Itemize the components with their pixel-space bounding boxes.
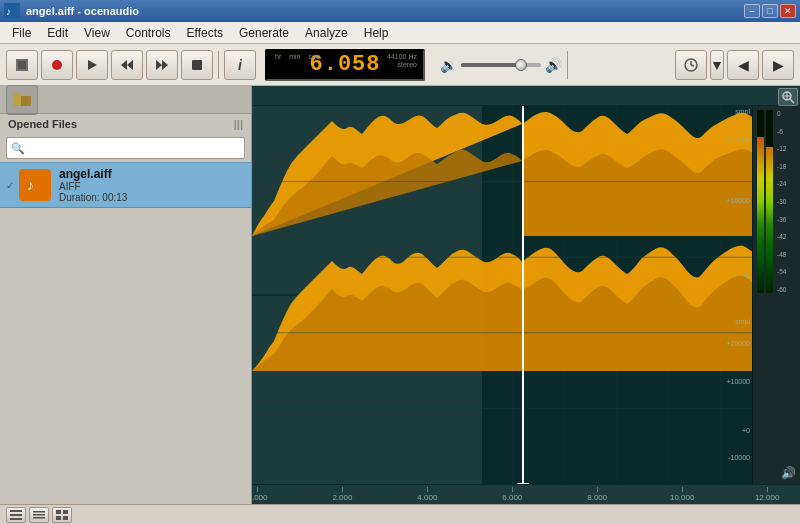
- bottom-toolbar: [0, 504, 800, 524]
- volume-slider[interactable]: [461, 63, 541, 67]
- menu-view[interactable]: View: [76, 24, 118, 42]
- panel-resize-handle[interactable]: |||: [234, 118, 243, 130]
- svg-rect-15: [13, 96, 21, 106]
- meter-bar-right: [766, 110, 773, 293]
- stop2-button[interactable]: [181, 50, 213, 80]
- svg-rect-38: [63, 516, 68, 520]
- waveform-ruler: [252, 86, 800, 106]
- hr-label: hr: [275, 53, 281, 60]
- maximize-button[interactable]: □: [762, 4, 778, 18]
- minimize-button[interactable]: –: [744, 4, 760, 18]
- record-button[interactable]: [41, 50, 73, 80]
- svg-text:♪: ♪: [27, 177, 34, 193]
- file-list-item[interactable]: ✓ ♪ angel.aiff AIFF Duration: 00:13: [0, 162, 251, 208]
- playhead[interactable]: [522, 106, 524, 484]
- ruler-tick-0: 0.000: [252, 493, 267, 502]
- nav-back-button[interactable]: ◀: [727, 50, 759, 80]
- file-thumbnail: ♪: [19, 169, 51, 201]
- toolbar: i hr min sec 6.058 44100 Hz stereo 🔉 🔊 ▼…: [0, 44, 800, 86]
- svg-rect-31: [10, 518, 22, 520]
- close-button[interactable]: ✕: [780, 4, 796, 18]
- ruler-tick-5: 10.000: [670, 493, 694, 502]
- svg-marker-8: [162, 60, 168, 70]
- grid-view-button[interactable]: [52, 507, 72, 523]
- toolbar-separator-1: [218, 51, 219, 79]
- search-box-wrap: 🔍: [0, 134, 251, 162]
- volume-low-icon: 🔉: [440, 57, 457, 73]
- search-wrap-inner: 🔍: [6, 137, 245, 159]
- waveform-canvas[interactable]: smpl +20000 +10000 +0 smpl +20000 +10000…: [252, 106, 752, 484]
- folder-button[interactable]: [6, 85, 38, 115]
- svg-rect-33: [33, 514, 45, 516]
- opened-files-header: Opened Files |||: [0, 114, 251, 134]
- menu-effects[interactable]: Effects: [179, 24, 231, 42]
- toolbar-separator-2: [567, 51, 568, 79]
- app-icon: ♪: [4, 3, 20, 19]
- main-content: Opened Files ||| 🔍 ✓ ♪ angel.aiff AIFF D…: [0, 86, 800, 504]
- time-value: 6.058: [309, 52, 380, 77]
- svg-rect-29: [10, 510, 22, 512]
- waveform-main[interactable]: smpl +20000 +10000 +0 smpl +20000 +10000…: [252, 106, 800, 484]
- svg-marker-9: [156, 60, 162, 70]
- volume-area: 🔉 🔊: [440, 57, 562, 73]
- ruler-tick-mark-0: [257, 487, 258, 492]
- clock-dropdown-button[interactable]: ▼: [710, 50, 724, 80]
- file-type: AIFF: [59, 181, 245, 192]
- waveform-container: smpl +20000 +10000 +0 smpl +20000 +10000…: [252, 86, 800, 504]
- sec-label: sec: [309, 53, 320, 60]
- ruler-tick-4: 8.000: [587, 493, 607, 502]
- volume-right-icon: 🔊: [781, 466, 796, 480]
- svg-text:♪: ♪: [6, 6, 11, 17]
- fast-forward-button[interactable]: [146, 50, 178, 80]
- time-meta: 44100 Hz stereo: [387, 53, 417, 70]
- volume-knob[interactable]: [515, 59, 527, 71]
- svg-marker-5: [88, 60, 97, 70]
- menu-analyze[interactable]: Analyze: [297, 24, 356, 42]
- ruler-tick-2: 4.000: [417, 493, 437, 502]
- menu-bar: File Edit View Controls Effects Generate…: [0, 22, 800, 44]
- menu-generate[interactable]: Generate: [231, 24, 297, 42]
- list-view-button[interactable]: [6, 507, 26, 523]
- ruler-tick-mark-5: [682, 487, 683, 492]
- title-bar: ♪ angel.aiff - ocenaudio – □ ✕: [0, 0, 800, 22]
- db-scale: 0 -6 -12 -18 -24 -30 -36 -42 -48 -54 -60: [775, 110, 796, 293]
- volume-high-icon: 🔊: [545, 57, 562, 73]
- playhead-handle: [517, 483, 529, 484]
- ruler-tick-1: 2.000: [332, 493, 352, 502]
- min-label: min: [289, 53, 300, 60]
- svg-rect-32: [33, 511, 45, 513]
- rewind-button[interactable]: [111, 50, 143, 80]
- time-labels: hr min sec: [275, 53, 319, 60]
- info-button[interactable]: i: [224, 50, 256, 80]
- ruler-tick-3: 6.000: [502, 493, 522, 502]
- waveform-channel-1-unselected: [522, 112, 752, 236]
- menu-file[interactable]: File: [4, 24, 39, 42]
- svg-rect-10: [192, 60, 202, 70]
- file-check-icon: ✓: [6, 180, 16, 191]
- nav-forward-button[interactable]: ▶: [762, 50, 794, 80]
- clock-button[interactable]: [675, 50, 707, 80]
- svg-rect-34: [33, 517, 45, 519]
- svg-marker-6: [121, 60, 127, 70]
- svg-point-4: [52, 60, 62, 70]
- toolbar-right: ▼ ◀ ▶: [675, 50, 794, 80]
- file-duration: Duration: 00:13: [59, 192, 245, 203]
- file-info: angel.aiff AIFF Duration: 00:13: [59, 167, 245, 203]
- ruler-tick-mark-1: [342, 487, 343, 492]
- ruler-tick-6: 12.000: [755, 493, 779, 502]
- svg-rect-37: [56, 516, 61, 520]
- ruler-tick-mark-2: [427, 487, 428, 492]
- play-button[interactable]: [76, 50, 108, 80]
- svg-line-13: [691, 65, 694, 66]
- search-input[interactable]: [6, 137, 245, 159]
- menu-edit[interactable]: Edit: [39, 24, 76, 42]
- stop-button[interactable]: [6, 50, 38, 80]
- waveform-channel-2-unselected: [522, 246, 752, 371]
- zoom-button[interactable]: [778, 88, 798, 106]
- opened-files-label: Opened Files: [8, 118, 77, 130]
- menu-help[interactable]: Help: [356, 24, 397, 42]
- waveform-svg: [252, 106, 752, 484]
- compact-view-button[interactable]: [29, 507, 49, 523]
- sample-rate: 44100 Hz: [387, 53, 417, 61]
- menu-controls[interactable]: Controls: [118, 24, 179, 42]
